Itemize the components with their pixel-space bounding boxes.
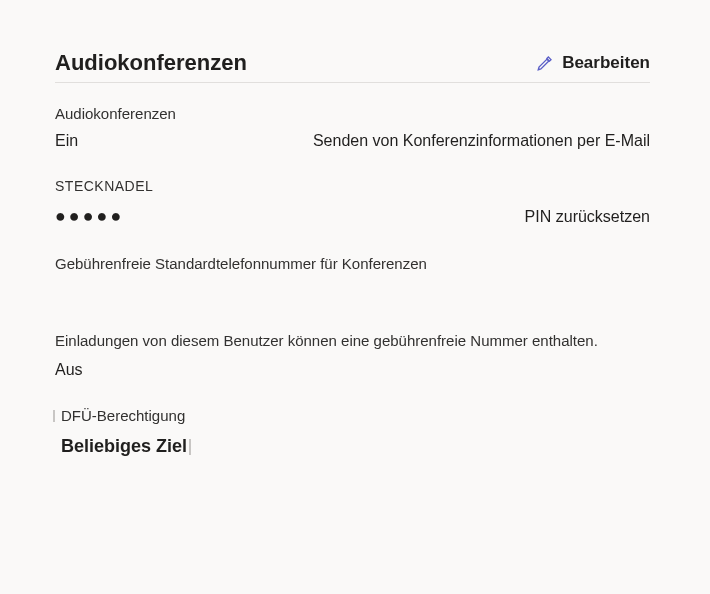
dfu-permission-value: Beliebiges Ziel xyxy=(61,436,187,457)
invite-toll-free-label: Einladungen von diesem Benutzer können e… xyxy=(55,332,650,349)
invite-toll-free-value: Aus xyxy=(55,361,650,379)
pin-masked-value: ●●●●● xyxy=(55,206,124,227)
edit-button[interactable]: Bearbeiten xyxy=(536,53,650,73)
pencil-icon xyxy=(536,54,554,72)
audio-conferencing-row: Audiokonferenzen Ein Senden von Konferen… xyxy=(55,105,650,150)
audio-conferencing-value: Ein xyxy=(55,132,176,150)
send-conference-info-link[interactable]: Senden von Konferenzinformationen per E-… xyxy=(313,132,650,150)
pin-label: STECKNADEL xyxy=(55,178,650,194)
edit-label: Bearbeiten xyxy=(562,53,650,73)
reset-pin-link[interactable]: PIN zurücksetzen xyxy=(525,208,650,226)
toll-free-number-label: Gebührenfreie Standardtelefonnummer für … xyxy=(55,255,650,272)
section-header: Audiokonferenzen Bearbeiten xyxy=(55,50,650,83)
dfu-section: DFÜ-Berechtigung Beliebiges Ziel xyxy=(55,407,650,457)
section-title: Audiokonferenzen xyxy=(55,50,247,76)
pin-section: STECKNADEL ●●●●● PIN zurücksetzen xyxy=(55,178,650,227)
invite-toll-free-section: Einladungen von diesem Benutzer können e… xyxy=(55,332,650,379)
pin-row: ●●●●● PIN zurücksetzen xyxy=(55,206,650,227)
dfu-permission-label: DFÜ-Berechtigung xyxy=(61,407,650,424)
audio-conferencing-field: Audiokonferenzen Ein xyxy=(55,105,176,150)
audio-conferencing-label: Audiokonferenzen xyxy=(55,105,176,122)
